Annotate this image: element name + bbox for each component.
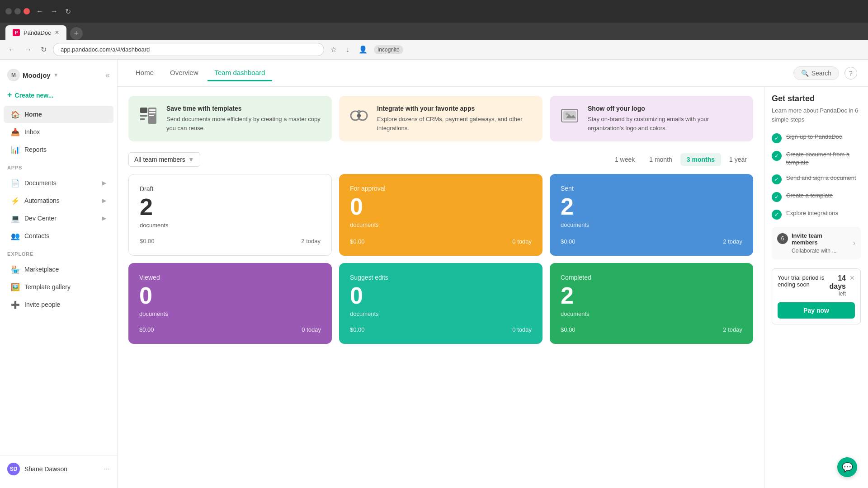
draft-number: 2 [140, 194, 321, 220]
trial-close-icon[interactable]: ✕ [849, 274, 855, 282]
sidebar-item-inbox[interactable]: 📥 Inbox [4, 123, 113, 141]
automations-chevron-icon: ▶ [102, 197, 106, 204]
pay-now-button[interactable]: Pay now [778, 302, 855, 319]
workspace-selector[interactable]: M Moodjoy ▼ [7, 69, 59, 81]
step-send-sign-check: ✓ [772, 174, 782, 184]
user-profile[interactable]: SD Shane Dawson ··· [0, 459, 117, 479]
get-started-subtitle: Learn more about PandaDoc in 6 simple st… [772, 106, 861, 124]
main-header: Home Overview Team dashboard 🔍 Search ? [118, 60, 868, 87]
promo-card-integrations[interactable]: Integrate with your favorite apps Explor… [339, 96, 542, 141]
profile-icon[interactable]: 👤 [356, 43, 370, 56]
create-new-button[interactable]: + Create new... [0, 87, 117, 103]
dev-center-label: Dev Center [24, 215, 98, 222]
contacts-label: Contacts [24, 232, 106, 239]
user-avatar: SD [7, 463, 20, 475]
time-filter-week[interactable]: 1 week [609, 153, 641, 166]
maximize-button[interactable] [14, 8, 21, 14]
sidebar-item-invite-people[interactable]: ➕ Invite people [4, 296, 113, 313]
logo-promo-icon [559, 105, 580, 127]
stat-card-completed[interactable]: Completed 2 documents $0.00 2 today [550, 263, 753, 344]
tab-home[interactable]: Home [128, 65, 161, 81]
draft-footer: $0.00 2 today [140, 230, 321, 244]
sent-sublabel: documents [561, 221, 742, 228]
sidebar-item-contacts[interactable]: 👥 Contacts [4, 227, 113, 244]
content-main: Save time with templates Send documents … [118, 87, 764, 488]
tab-close-icon[interactable]: ✕ [55, 29, 59, 36]
help-button[interactable]: ? [844, 67, 857, 80]
bookmark-icon[interactable]: ☆ [328, 43, 340, 56]
workspace-name-label: Moodjoy [23, 71, 51, 79]
completed-label: Completed [561, 274, 742, 281]
step-create-doc-text: Create document from a template [786, 150, 861, 167]
tab-team-dashboard[interactable]: Team dashboard [208, 65, 273, 81]
user-more-icon[interactable]: ··· [104, 465, 110, 473]
main-tabs: Home Overview Team dashboard [128, 65, 272, 81]
stat-card-for-approval[interactable]: For approval 0 documents $0.00 0 today [339, 174, 542, 256]
templates-promo-icon [137, 105, 159, 127]
viewed-amount: $0.00 [139, 326, 154, 333]
stat-card-suggest-edits[interactable]: Suggest edits 0 documents $0.00 0 today [339, 263, 542, 344]
sidebar-footer: SD Shane Dawson ··· [0, 455, 117, 483]
promo-card-logo[interactable]: Show off your logo Stay on-brand by cust… [550, 96, 753, 141]
time-filter-month[interactable]: 1 month [643, 153, 679, 166]
documents-label: Documents [24, 179, 98, 187]
time-filter-year[interactable]: 1 year [723, 153, 753, 166]
time-filter-3months[interactable]: 3 months [680, 153, 721, 166]
viewed-footer: $0.00 0 today [139, 319, 321, 333]
marketplace-icon: 🏪 [11, 265, 20, 274]
sidebar-item-marketplace[interactable]: 🏪 Marketplace [4, 261, 113, 278]
sidebar-item-automations[interactable]: ⚡ Automations ▶ [4, 192, 113, 209]
inbox-icon: 📥 [11, 127, 20, 136]
viewed-sublabel: documents [139, 310, 321, 317]
home-label: Home [24, 111, 106, 118]
invite-people-icon: ➕ [11, 300, 20, 309]
back-button[interactable]: ← [33, 5, 46, 17]
reload-icon[interactable]: ↻ [38, 43, 49, 56]
sidebar-item-home[interactable]: 🏠 Home [4, 106, 113, 123]
forward-icon[interactable]: → [22, 44, 34, 56]
invite-desc: Collaborate with ... [792, 248, 849, 254]
stat-card-viewed[interactable]: Viewed 0 documents $0.00 0 today [128, 263, 332, 344]
promo-card-templates[interactable]: Save time with templates Send documents … [128, 96, 332, 141]
forward-button[interactable]: → [48, 5, 61, 17]
templates-promo-desc: Send documents more efficiently by creat… [166, 115, 323, 132]
sidebar-item-documents[interactable]: 📄 Documents ▶ [4, 174, 113, 192]
for-approval-sublabel: documents [350, 221, 532, 228]
completed-number: 2 [561, 283, 742, 309]
tab-overview[interactable]: Overview [163, 65, 206, 81]
address-bar-input[interactable] [53, 43, 324, 56]
new-tab-button[interactable]: + [70, 27, 83, 40]
sidebar-item-template-gallery[interactable]: 🖼️ Template gallery [4, 278, 113, 296]
trial-text-block: Your trial period is ending soon [778, 274, 829, 288]
draft-label: Draft [140, 185, 321, 192]
invite-section[interactable]: 6 Invite team members Collaborate with .… [772, 227, 861, 259]
sidebar-item-dev-center[interactable]: 💻 Dev Center ▶ [4, 210, 113, 227]
refresh-button[interactable]: ↻ [62, 5, 74, 18]
window-controls[interactable] [5, 8, 30, 14]
invite-text: Invite team members Collaborate with ... [792, 232, 849, 254]
right-panel: Get started Learn more about PandaDoc in… [764, 87, 868, 488]
workspace-avatar: M [7, 69, 20, 81]
sidebar-collapse-button[interactable]: « [105, 70, 110, 80]
stat-card-sent[interactable]: Sent 2 documents $0.00 2 today [550, 174, 753, 256]
browser-tab[interactable]: P PandaDoc ✕ [5, 25, 66, 40]
stat-card-draft[interactable]: Draft 2 documents $0.00 2 today [128, 174, 332, 256]
invite-arrow-icon[interactable]: › [853, 239, 855, 247]
trial-days-block: 14 days left [829, 274, 846, 297]
download-icon[interactable]: ↓ [343, 44, 352, 56]
for-approval-number: 0 [350, 194, 532, 220]
team-filter-dropdown[interactable]: All team members ▼ [128, 152, 200, 167]
chat-bubble-button[interactable]: 💬 [837, 457, 857, 477]
reports-icon: 📊 [11, 145, 20, 154]
search-button[interactable]: 🔍 Search [793, 66, 839, 80]
back-icon[interactable]: ← [5, 44, 18, 56]
for-approval-footer: $0.00 0 today [350, 231, 532, 245]
minimize-button[interactable] [5, 8, 12, 14]
trial-row: Your trial period is ending soon 14 days… [778, 274, 855, 297]
invite-title: Invite team members [792, 232, 849, 246]
step-create-doc: ✓ Create document from a template [772, 150, 861, 167]
close-button[interactable] [24, 8, 30, 14]
sidebar-item-reports[interactable]: 📊 Reports [4, 141, 113, 158]
suggest-edits-footer: $0.00 0 today [350, 319, 532, 333]
step-create-doc-check: ✓ [772, 151, 782, 161]
